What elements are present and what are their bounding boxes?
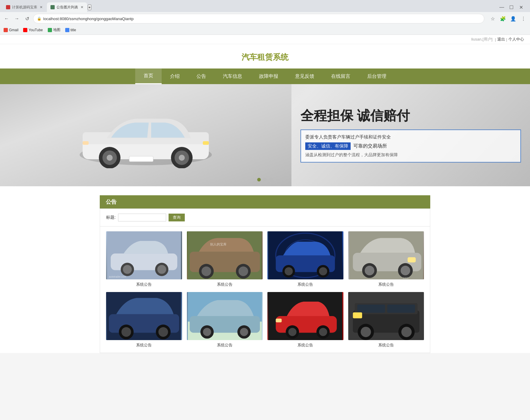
address-bar[interactable]: 🔒 localhost:8080/ssmzhonghong/gonggaoMan… (33, 14, 484, 23)
new-tab-button[interactable]: + (88, 5, 91, 10)
bookmark-maps[interactable]: 地图 (48, 27, 60, 32)
svg-point-24 (238, 266, 248, 276)
profile-link[interactable]: 个人中心 (508, 37, 524, 42)
lock-icon: 🔒 (37, 17, 41, 21)
nav-home[interactable]: 首页 (135, 68, 162, 84)
svg-rect-61 (276, 319, 282, 322)
bookmark-maps-label: 地图 (53, 27, 60, 32)
svg-text:别人的宝库: 别人的宝库 (210, 242, 227, 246)
banner-car-area (0, 84, 291, 186)
nav-intro[interactable]: 介绍 (162, 69, 188, 84)
banner-reliable: 可靠的交易场所 (353, 143, 387, 149)
profile-button[interactable]: 👤 (509, 14, 517, 23)
grid-item-8[interactable]: 系统公告 (348, 292, 424, 348)
section-title: 公告 (106, 199, 117, 205)
svg-rect-71 (353, 312, 362, 318)
bookmarks-bar: Gmail YouTube 地图 title (0, 25, 530, 35)
back-button[interactable]: ← (2, 14, 11, 23)
banner: 全程担保 诚信赔付 委派专人负责客户车辆过户手续和证件安全 安全、诚信、有保障 … (0, 84, 530, 186)
address-text: localhost:8080/ssmzhonghong/gonggaoManaQ… (43, 17, 134, 21)
grid-item-5[interactable]: 系统公告 (106, 292, 182, 348)
separator-2: | (506, 37, 507, 42)
svg-rect-66 (387, 305, 415, 313)
grid-item-7[interactable]: 系统公告 (267, 292, 343, 348)
forward-button[interactable]: → (13, 14, 21, 23)
nav-carinfo[interactable]: 汽车信息 (215, 69, 251, 84)
grid-img-5 (106, 292, 182, 340)
grid-label-3: 系统公告 (297, 282, 313, 287)
grid-label-7: 系统公告 (297, 342, 313, 348)
top-bar: liusan,[用户] | 退出 | 个人中心 (0, 35, 530, 44)
svg-point-5 (107, 155, 113, 161)
logout-link[interactable]: 退出 (497, 37, 505, 42)
image-grid: autotrader.com 系统公告 别人的宝库 (100, 227, 430, 353)
search-button[interactable]: 查询 (169, 214, 185, 221)
grid-label-2: 系统公告 (217, 282, 233, 287)
grid-label-4: 系统公告 (378, 282, 394, 287)
bookmark-title-label: title (71, 28, 76, 32)
grid-label-5: 系统公告 (136, 342, 152, 348)
banner-desc1: 委派专人负责客户车辆过户手续和证件安全 (305, 134, 516, 140)
tab-bar: 计算机源码宝库 ✕ 公告图片列表 ✕ + — ☐ ✕ (0, 0, 530, 12)
grid-item-1[interactable]: autotrader.com 系统公告 (106, 231, 182, 287)
svg-rect-9 (203, 141, 209, 145)
reload-button[interactable]: ↺ (23, 14, 31, 23)
dot-3[interactable] (269, 178, 273, 181)
grid-item-2[interactable]: 别人的宝库 系统公告 (187, 231, 263, 287)
svg-text:1001: 1001 (403, 276, 408, 279)
nav-admin[interactable]: 后台管理 (359, 69, 395, 84)
grid-img-6 (187, 292, 263, 340)
svg-rect-10 (83, 141, 89, 145)
banner-highlight: 安全、诚信、有保障 (305, 142, 351, 150)
svg-point-45 (121, 327, 131, 337)
grid-item-4[interactable]: 1001 系统公告 (348, 231, 424, 287)
maps-icon (48, 28, 52, 32)
dot-2[interactable] (263, 178, 267, 181)
browser-tab-2[interactable]: 公告图片列表 ✕ (47, 2, 87, 12)
search-bar: 标题: 查询 (100, 208, 430, 227)
banner-text-area: 全程担保 诚信赔付 委派专人负责客户车辆过户手续和证件安全 安全、诚信、有保障 … (291, 102, 530, 169)
nav-notice[interactable]: 公告 (188, 69, 215, 84)
youtube-icon (23, 28, 27, 32)
svg-point-22 (201, 266, 211, 276)
title-icon (65, 28, 69, 32)
bookmark-youtube[interactable]: YouTube (23, 28, 43, 32)
tab-1-close[interactable]: ✕ (40, 5, 43, 9)
svg-point-15 (123, 265, 132, 274)
search-label: 标题: (106, 215, 116, 220)
svg-point-39 (401, 266, 410, 275)
svg-point-58 (288, 328, 297, 336)
svg-rect-11 (129, 156, 153, 162)
site-title: 汽车租赁系统 (6, 49, 524, 65)
grid-img-8 (348, 292, 424, 340)
tab-2-icon (50, 5, 55, 9)
grid-img-1: autotrader.com (106, 231, 182, 279)
svg-point-37 (364, 266, 374, 275)
maximize-button[interactable]: ☐ (507, 3, 516, 11)
grid-label-6: 系统公告 (217, 342, 233, 348)
dot-1[interactable] (257, 178, 261, 181)
nav-fault[interactable]: 故障申报 (251, 69, 287, 84)
browser-tab-1[interactable]: 计算机源码宝库 ✕ (2, 2, 46, 12)
banner-dots (257, 178, 273, 181)
bookmark-star-button[interactable]: ☆ (489, 14, 497, 23)
page: liusan,[用户] | 退出 | 个人中心 汽车租赁系统 首页 介绍 公告 … (0, 35, 530, 353)
browser-controls: ← → ↺ 🔒 localhost:8080/ssmzhonghong/gong… (0, 12, 530, 25)
nav-message[interactable]: 在线留言 (323, 69, 359, 84)
grid-item-3[interactable]: 系统公告 (267, 231, 343, 287)
nav-feedback[interactable]: 意见反馈 (287, 69, 323, 84)
extensions-button[interactable]: 🧩 (499, 14, 507, 23)
tab-1-label: 计算机源码宝库 (12, 5, 37, 10)
search-input[interactable] (118, 214, 166, 221)
svg-point-54 (240, 328, 248, 336)
menu-button[interactable]: ⋮ (519, 14, 528, 23)
banner-desc2: 涵盖从检测到过户的整个流程，大品牌更加有保障 (305, 152, 516, 158)
close-button[interactable]: ✕ (517, 3, 525, 11)
grid-label-1: 系统公告 (136, 282, 152, 287)
bookmark-title[interactable]: title (65, 28, 76, 32)
tab-2-close[interactable]: ✕ (81, 5, 84, 9)
grid-item-6[interactable]: 系统公告 (187, 292, 263, 348)
minimize-button[interactable]: — (498, 3, 506, 11)
banner-headline: 全程担保 诚信赔付 (300, 108, 521, 124)
bookmark-gmail[interactable]: Gmail (4, 28, 18, 32)
